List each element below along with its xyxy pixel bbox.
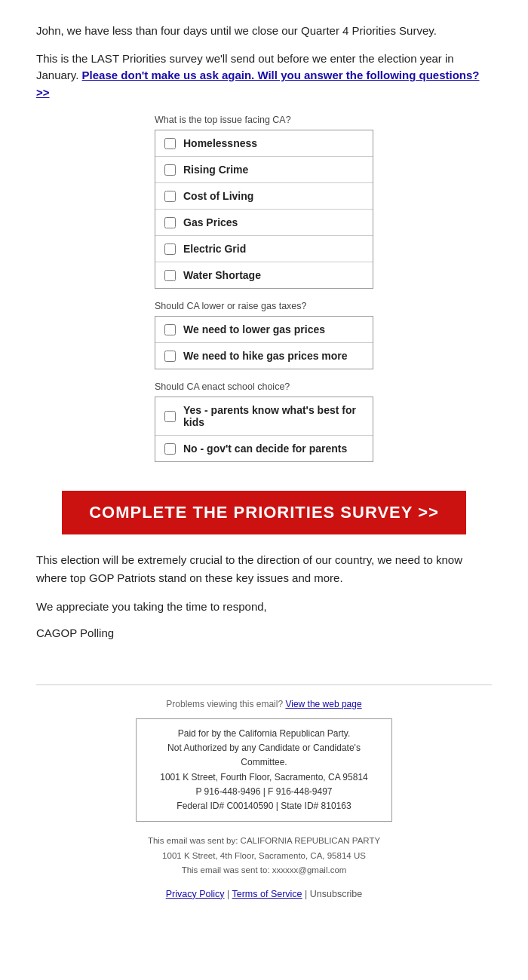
checkbox-cost-of-living[interactable] — [164, 191, 176, 202]
survey-section-1-label: What is the top issue facing CA? — [155, 115, 373, 125]
footer-problems: Problems viewing this email? View the we… — [36, 699, 492, 709]
list-item[interactable]: No - gov't can decide for parents — [155, 436, 373, 461]
checkbox-hike-gas[interactable] — [164, 351, 176, 362]
body-paragraph-1: This election will be extremely crucial … — [36, 551, 492, 587]
list-item[interactable]: Water Shortage — [155, 262, 373, 288]
paid-for-line-4: P 916-448-9496 | F 916-448-9497 — [147, 785, 381, 799]
footer-separator-2: | — [305, 889, 310, 899]
sent-by-line-3: This email was sent to: xxxxxx@gmail.com — [36, 863, 492, 878]
list-item[interactable]: Rising Crime — [155, 157, 373, 183]
survey-section-1: What is the top issue facing CA? Homeles… — [155, 115, 373, 289]
terms-of-service-link[interactable]: Terms of Service — [232, 889, 302, 899]
option-label: Cost of Living — [183, 190, 253, 202]
survey-section-1-box: Homelessness Rising Crime Cost of Living… — [155, 130, 373, 289]
privacy-policy-link[interactable]: Privacy Policy — [166, 889, 225, 899]
intro-paragraph-1: John, we have less than four days until … — [36, 23, 492, 40]
email-container: John, we have less than four days until … — [0, 0, 528, 922]
intro-link[interactable]: Please don't make us ask again. Will you… — [36, 69, 479, 99]
survey-section-2: Should CA lower or raise gas taxes? We n… — [155, 301, 373, 369]
checkbox-electric-grid[interactable] — [164, 243, 176, 255]
option-label: Rising Crime — [183, 164, 248, 176]
checkbox-rising-crime[interactable] — [164, 164, 176, 176]
paid-for-line-3: 1001 K Street, Fourth Floor, Sacramento,… — [147, 770, 381, 785]
survey-section-3-label: Should CA enact school choice? — [155, 381, 373, 392]
intro-paragraph-2: This is the LAST Priorities survey we'll… — [36, 51, 492, 102]
cta-button-wrapper: COMPLETE THE PRIORITIES SURVEY >> — [36, 491, 492, 534]
list-item[interactable]: Yes - parents know what's best for kids — [155, 397, 373, 436]
footer-links: Privacy Policy | Terms of Service | Unsu… — [36, 889, 492, 899]
checkbox-lower-gas[interactable] — [164, 324, 176, 335]
option-label: We need to lower gas prices — [183, 323, 325, 335]
list-item[interactable]: We need to lower gas prices — [155, 317, 373, 343]
body-paragraph-2: We appreciate you taking the time to res… — [36, 598, 492, 616]
footer-sent-by: This email was sent by: CALIFORNIA REPUB… — [36, 834, 492, 878]
complete-survey-button[interactable]: COMPLETE THE PRIORITIES SURVEY >> — [62, 491, 466, 534]
option-label: Gas Prices — [183, 216, 238, 228]
footer-problems-text: Problems viewing this email? — [166, 699, 283, 709]
list-item[interactable]: Gas Prices — [155, 210, 373, 236]
option-label: No - gov't can decide for parents — [183, 443, 347, 455]
paid-for-line-2: Not Authorized by any Candidate or Candi… — [147, 741, 381, 770]
survey-section-3-box: Yes - parents know what's best for kids … — [155, 397, 373, 462]
list-item[interactable]: We need to hike gas prices more — [155, 343, 373, 369]
option-label: We need to hike gas prices more — [183, 350, 348, 362]
checkbox-school-choice-yes[interactable] — [164, 411, 176, 422]
survey-wrapper: What is the top issue facing CA? Homeles… — [36, 115, 492, 474]
checkbox-homelessness[interactable] — [164, 138, 176, 149]
paid-for-line-1: Paid for by the California Republican Pa… — [147, 727, 381, 741]
footer-paid-box: Paid for by the California Republican Pa… — [136, 718, 392, 822]
list-item[interactable]: Cost of Living — [155, 183, 373, 210]
checkbox-school-choice-no[interactable] — [164, 443, 176, 455]
option-label: Electric Grid — [183, 243, 246, 255]
survey-section-2-box: We need to lower gas prices We need to h… — [155, 316, 373, 369]
checkbox-gas-prices[interactable] — [164, 217, 176, 228]
list-item[interactable]: Electric Grid — [155, 236, 373, 262]
list-item[interactable]: Homelessness — [155, 130, 373, 157]
survey-section-2-label: Should CA lower or raise gas taxes? — [155, 301, 373, 311]
unsubscribe-label: Unsubscribe — [310, 889, 362, 899]
sent-by-line-1: This email was sent by: CALIFORNIA REPUB… — [36, 834, 492, 849]
sent-by-line-2: 1001 K Street, 4th Floor, Sacramento, CA… — [36, 849, 492, 864]
footer-divider — [36, 684, 492, 685]
option-label: Yes - parents know what's best for kids — [183, 404, 364, 428]
paid-for-line-5: Federal ID# C00140590 | State ID# 810163 — [147, 799, 381, 813]
signature: CAGOP Polling — [36, 626, 492, 639]
option-label: Water Shortage — [183, 269, 261, 281]
view-web-page-link[interactable]: View the web page — [285, 699, 361, 709]
survey-section-3: Should CA enact school choice? Yes - par… — [155, 381, 373, 462]
checkbox-water-shortage[interactable] — [164, 270, 176, 281]
option-label: Homelessness — [183, 137, 257, 149]
